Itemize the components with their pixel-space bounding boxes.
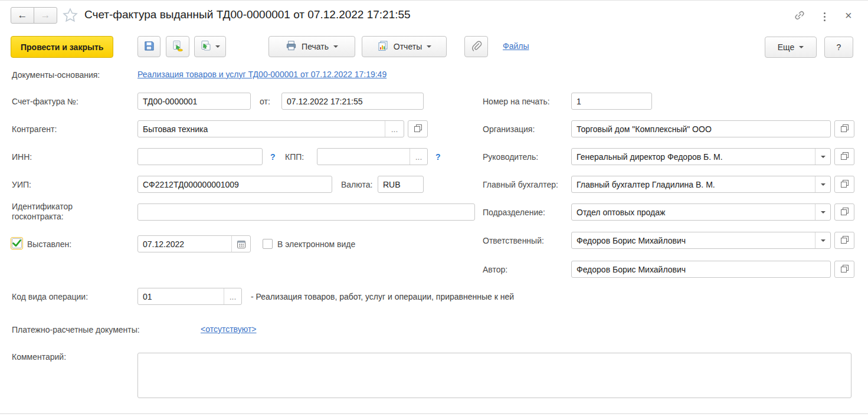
invoice-datetime-input[interactable] — [282, 93, 423, 109]
author-label: Автор: — [483, 261, 507, 278]
issued-date-input[interactable] — [138, 236, 231, 252]
currency-input[interactable] — [378, 176, 423, 192]
chevron-down-icon — [333, 45, 338, 48]
organization-open-button[interactable] — [834, 120, 854, 137]
author-open-button[interactable] — [834, 261, 854, 278]
payment-docs-label: Платежно-расчетные документы: — [12, 321, 140, 338]
accountant-input[interactable] — [572, 176, 815, 192]
accountant-open-button[interactable] — [834, 176, 854, 193]
post-and-close-button[interactable]: Провести и закрыть — [11, 36, 113, 58]
manager-open-button[interactable] — [834, 148, 854, 165]
inn-input[interactable] — [138, 149, 262, 165]
print-number-input[interactable] — [572, 93, 651, 109]
counterparty-label: Контрагент: — [12, 120, 57, 137]
arrow-right-icon: → — [41, 9, 51, 21]
issued-label: Выставлен: — [27, 235, 71, 252]
calendar-icon — [237, 239, 246, 249]
chevron-down-icon — [821, 183, 826, 186]
counterparty-open-button[interactable] — [408, 120, 428, 137]
nav-history-group: ← → — [11, 7, 57, 24]
paperclip-icon — [470, 40, 482, 54]
print-button[interactable]: Печать — [268, 36, 355, 57]
currency-label: Валюта: — [341, 176, 372, 193]
accountant-label: Главный бухгалтер: — [483, 176, 558, 193]
save-button[interactable] — [137, 36, 161, 57]
kpp-help-icon[interactable]: ? — [435, 148, 441, 165]
close-icon[interactable]: × — [845, 9, 852, 21]
post-document-button[interactable] — [166, 36, 189, 57]
accountant-dropdown-button[interactable] — [815, 176, 830, 192]
date-from-label: от: — [260, 93, 270, 110]
arrow-left-icon: ← — [18, 9, 28, 21]
responsible-input[interactable] — [572, 232, 815, 248]
manager-label: Руководитель: — [483, 148, 538, 165]
chevron-down-icon — [427, 45, 431, 48]
floppy-disk-icon — [143, 40, 155, 53]
print-number-label: Номер на печать: — [483, 93, 550, 110]
uip-label: УИП: — [12, 176, 31, 193]
open-icon — [841, 265, 849, 274]
chevron-down-icon — [821, 211, 826, 214]
department-input[interactable] — [572, 204, 815, 220]
chevron-down-icon — [821, 156, 826, 158]
gov-contract-label: Идентификатор госконтракта: — [12, 202, 73, 222]
favorite-star-icon[interactable] — [62, 7, 78, 25]
help-button[interactable]: ? — [824, 37, 853, 58]
chevron-down-icon — [215, 45, 220, 48]
files-link[interactable]: Файлы — [503, 41, 529, 51]
department-label: Подразделение: — [483, 203, 545, 221]
electronic-checkbox[interactable] — [263, 239, 273, 249]
operation-code-input[interactable] — [138, 288, 224, 304]
invoice-number-input[interactable] — [138, 93, 250, 109]
counterparty-ellipsis-button[interactable]: ... — [385, 121, 404, 137]
gov-contract-input[interactable] — [138, 204, 474, 220]
create-based-on-icon — [200, 40, 212, 54]
base-documents-link[interactable]: Реализация товаров и услуг ТД00-000001 о… — [137, 70, 386, 79]
uip-input[interactable] — [138, 176, 332, 192]
comment-label: Комментарий: — [12, 348, 66, 365]
open-icon — [841, 180, 849, 189]
manager-dropdown-button[interactable] — [815, 149, 830, 165]
calendar-button[interactable] — [231, 236, 250, 252]
more-button[interactable]: Еще — [765, 37, 817, 58]
attach-files-button[interactable] — [464, 36, 488, 57]
kpp-label: КПП: — [285, 148, 304, 165]
create-based-on-button[interactable] — [194, 36, 226, 57]
inn-help-icon[interactable]: ? — [270, 148, 276, 165]
reports-button[interactable]: Отчеты — [362, 36, 447, 57]
nav-back-button[interactable]: ← — [11, 7, 34, 24]
responsible-label: Ответственный: — [483, 232, 544, 249]
menu-kebab-icon[interactable] — [821, 10, 828, 24]
printer-icon — [286, 40, 297, 53]
invoice-number-label: Счет-фактура №: — [12, 93, 78, 110]
organization-input[interactable] — [572, 121, 830, 137]
open-icon — [841, 152, 849, 162]
chevron-down-icon — [821, 239, 826, 242]
operation-code-description: - Реализация товаров, работ, услуг и опе… — [251, 288, 514, 305]
nav-forward-button[interactable]: → — [34, 7, 57, 24]
responsible-dropdown-button[interactable] — [815, 232, 830, 248]
author-input[interactable] — [572, 261, 830, 277]
operation-code-label: Код вида операции: — [12, 288, 88, 305]
open-icon — [841, 236, 849, 245]
print-button-label: Печать — [302, 42, 329, 51]
check-icon — [12, 239, 21, 247]
counterparty-input[interactable] — [138, 121, 385, 137]
comment-textarea[interactable] — [137, 353, 851, 398]
kpp-input[interactable] — [317, 149, 410, 165]
post-document-icon — [172, 40, 184, 54]
department-open-button[interactable] — [834, 203, 854, 221]
payment-docs-link[interactable]: <отсутствуют> — [201, 324, 257, 334]
open-icon — [414, 124, 422, 134]
bottom-divider — [0, 413, 868, 414]
more-button-label: Еще — [778, 42, 795, 52]
kpp-ellipsis-button[interactable]: ... — [410, 149, 427, 165]
issued-checkbox[interactable] — [11, 237, 23, 249]
responsible-open-button[interactable] — [834, 232, 854, 249]
operation-code-ellipsis-button[interactable]: ... — [224, 288, 241, 304]
manager-input[interactable] — [572, 149, 815, 165]
get-link-icon[interactable] — [793, 9, 806, 22]
department-dropdown-button[interactable] — [815, 204, 830, 220]
reports-icon — [377, 40, 389, 54]
open-icon — [841, 208, 849, 217]
